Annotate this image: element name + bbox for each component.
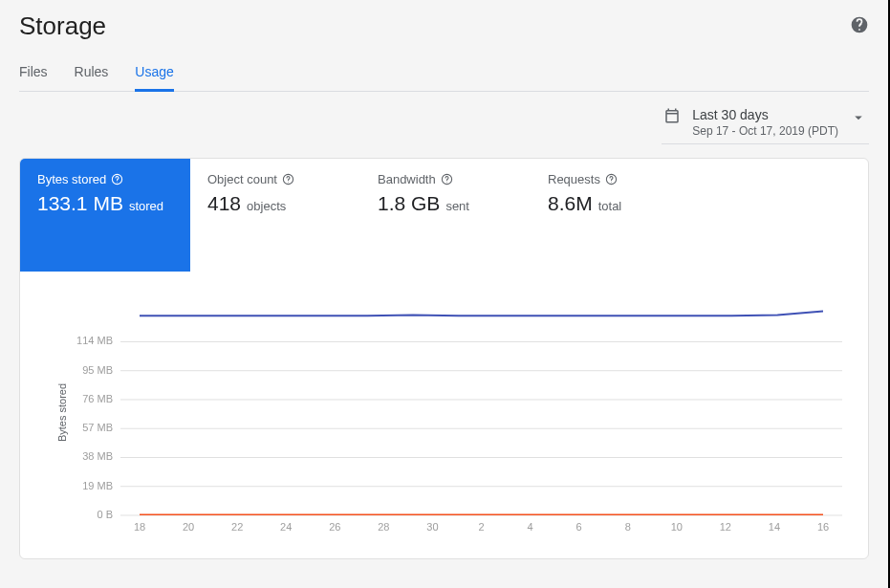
svg-text:10: 10: [671, 521, 683, 533]
help-hint-icon: [441, 173, 453, 185]
svg-point-3: [288, 182, 289, 183]
tab-files[interactable]: Files: [19, 56, 48, 92]
svg-text:6: 6: [576, 521, 582, 533]
metric-value: 133.1 MB: [37, 192, 123, 215]
dropdown-icon: [850, 107, 867, 130]
metric-tile-bandwidth[interactable]: Bandwidth1.8 GBsent: [360, 159, 531, 272]
svg-point-7: [611, 182, 612, 183]
metric-tile-requests[interactable]: Requests8.6Mtotal: [531, 159, 701, 272]
svg-text:Bytes stored: Bytes stored: [56, 383, 68, 442]
metric-value: 1.8 GB: [378, 192, 440, 215]
svg-text:4: 4: [528, 521, 533, 533]
metric-label: Requests: [548, 172, 600, 186]
svg-text:19 MB: 19 MB: [82, 480, 113, 491]
svg-text:30: 30: [426, 521, 438, 533]
help-icon[interactable]: [850, 15, 869, 38]
date-range-picker[interactable]: Last 30 days Sep 17 - Oct 17, 2019 (PDT): [662, 105, 869, 144]
page-title: Storage: [19, 11, 106, 41]
svg-text:0 B: 0 B: [97, 509, 113, 520]
metric-unit: sent: [445, 199, 469, 213]
svg-point-5: [446, 182, 447, 183]
metrics-row: Bytes stored133.1 MBstoredObject count41…: [20, 159, 868, 272]
metric-tile-bytes-stored[interactable]: Bytes stored133.1 MBstored: [20, 159, 190, 272]
date-range-label: Last 30 days: [692, 107, 838, 122]
svg-text:57 MB: 57 MB: [82, 422, 113, 433]
svg-text:95 MB: 95 MB: [82, 364, 113, 376]
svg-text:24: 24: [280, 521, 292, 533]
metric-value: 418: [207, 192, 241, 215]
tabs: Files Rules Usage: [19, 56, 869, 92]
help-hint-icon: [282, 173, 294, 185]
usage-card: Bytes stored133.1 MBstoredObject count41…: [19, 158, 869, 559]
tab-rules[interactable]: Rules: [75, 56, 109, 92]
svg-text:38 MB: 38 MB: [82, 450, 113, 462]
metric-tile-object-count[interactable]: Object count418objects: [190, 159, 360, 272]
svg-text:114 MB: 114 MB: [76, 335, 113, 346]
svg-point-1: [117, 182, 118, 183]
svg-text:28: 28: [378, 521, 389, 533]
svg-text:26: 26: [329, 521, 340, 533]
metric-unit: stored: [129, 199, 163, 213]
help-hint-icon: [605, 173, 618, 185]
metric-label: Bytes stored: [37, 172, 106, 186]
metric-unit: objects: [247, 199, 286, 213]
metric-label: Object count: [207, 172, 277, 186]
svg-text:20: 20: [183, 521, 194, 533]
svg-text:2: 2: [478, 521, 484, 533]
bytes-stored-chart: 0 B19 MB38 MB57 MB76 MB95 MB114 MBBytes …: [49, 300, 852, 539]
svg-text:22: 22: [231, 521, 243, 533]
metric-unit: total: [598, 199, 622, 213]
svg-text:18: 18: [134, 521, 145, 533]
tab-usage[interactable]: Usage: [135, 56, 173, 92]
svg-text:12: 12: [720, 521, 731, 533]
svg-text:14: 14: [769, 521, 780, 533]
metric-label: Bandwidth: [378, 172, 436, 186]
date-range-sub: Sep 17 - Oct 17, 2019 (PDT): [692, 124, 838, 138]
svg-text:8: 8: [625, 521, 631, 533]
svg-text:16: 16: [817, 521, 829, 533]
chart-area: 0 B19 MB38 MB57 MB76 MB95 MB114 MBBytes …: [20, 272, 868, 558]
calendar-icon: [663, 107, 681, 128]
help-hint-icon: [111, 173, 123, 185]
svg-text:76 MB: 76 MB: [82, 393, 113, 404]
metric-value: 8.6M: [548, 192, 593, 215]
